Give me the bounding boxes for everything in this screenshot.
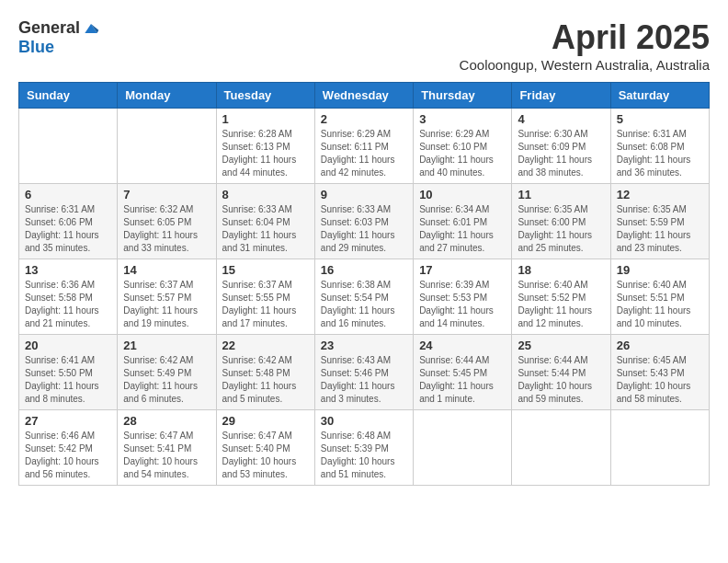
day-number: 10 (419, 188, 506, 201)
calendar-week-4: 20Sunrise: 6:41 AM Sunset: 5:50 PM Dayli… (19, 335, 710, 410)
day-number: 12 (617, 188, 703, 201)
table-row: 12Sunrise: 6:35 AM Sunset: 5:59 PM Dayli… (610, 184, 709, 259)
calendar-week-5: 27Sunrise: 6:46 AM Sunset: 5:42 PM Dayli… (19, 410, 710, 486)
table-row: 1Sunrise: 6:28 AM Sunset: 6:13 PM Daylig… (216, 109, 314, 184)
table-row: 28Sunrise: 6:47 AM Sunset: 5:41 PM Dayli… (118, 410, 216, 486)
day-info: Sunrise: 6:48 AM Sunset: 5:39 PM Dayligh… (321, 430, 407, 481)
day-number: 24 (419, 339, 506, 352)
table-row: 17Sunrise: 6:39 AM Sunset: 5:53 PM Dayli… (414, 259, 512, 335)
table-row: 16Sunrise: 6:38 AM Sunset: 5:54 PM Dayli… (314, 259, 413, 335)
day-info: Sunrise: 6:33 AM Sunset: 6:04 PM Dayligh… (222, 203, 309, 255)
day-number: 6 (25, 188, 111, 201)
day-number: 4 (518, 112, 604, 126)
day-info: Sunrise: 6:47 AM Sunset: 5:41 PM Dayligh… (123, 430, 210, 481)
header-saturday: Saturday (610, 83, 709, 109)
calendar-week-1: 1Sunrise: 6:28 AM Sunset: 6:13 PM Daylig… (19, 109, 710, 184)
day-number: 11 (518, 188, 604, 201)
day-number: 13 (25, 263, 111, 277)
header-tuesday: Tuesday (216, 83, 314, 109)
day-number: 25 (518, 339, 604, 352)
logo-general-text: General (18, 18, 80, 38)
table-row (610, 410, 709, 486)
table-row: 18Sunrise: 6:40 AM Sunset: 5:52 PM Dayli… (512, 259, 610, 335)
table-row (19, 109, 118, 184)
day-number: 22 (222, 339, 309, 352)
table-row: 7Sunrise: 6:32 AM Sunset: 6:05 PM Daylig… (118, 184, 216, 259)
header-monday: Monday (118, 83, 216, 109)
day-info: Sunrise: 6:41 AM Sunset: 5:50 PM Dayligh… (25, 354, 111, 406)
table-row: 25Sunrise: 6:44 AM Sunset: 5:44 PM Dayli… (512, 335, 610, 410)
header-friday: Friday (512, 83, 610, 109)
table-row: 30Sunrise: 6:48 AM Sunset: 5:39 PM Dayli… (314, 410, 413, 486)
table-row: 26Sunrise: 6:45 AM Sunset: 5:43 PM Dayli… (610, 335, 709, 410)
table-row: 23Sunrise: 6:43 AM Sunset: 5:46 PM Dayli… (314, 335, 413, 410)
day-number: 18 (518, 263, 604, 277)
table-row (512, 410, 610, 486)
day-info: Sunrise: 6:28 AM Sunset: 6:13 PM Dayligh… (222, 128, 309, 179)
day-number: 5 (617, 112, 703, 126)
day-info: Sunrise: 6:43 AM Sunset: 5:46 PM Dayligh… (321, 354, 407, 406)
table-row: 9Sunrise: 6:33 AM Sunset: 6:03 PM Daylig… (314, 184, 413, 259)
day-number: 29 (222, 414, 309, 428)
day-info: Sunrise: 6:36 AM Sunset: 5:58 PM Dayligh… (25, 279, 111, 330)
table-row: 22Sunrise: 6:42 AM Sunset: 5:48 PM Dayli… (216, 335, 314, 410)
calendar-week-2: 6Sunrise: 6:31 AM Sunset: 6:06 PM Daylig… (19, 184, 710, 259)
table-row: 19Sunrise: 6:40 AM Sunset: 5:51 PM Dayli… (610, 259, 709, 335)
day-info: Sunrise: 6:37 AM Sunset: 5:55 PM Dayligh… (222, 279, 309, 330)
day-info: Sunrise: 6:40 AM Sunset: 5:52 PM Dayligh… (518, 279, 604, 330)
table-row: 8Sunrise: 6:33 AM Sunset: 6:04 PM Daylig… (216, 184, 314, 259)
day-number: 17 (419, 263, 506, 277)
day-info: Sunrise: 6:40 AM Sunset: 5:51 PM Dayligh… (617, 279, 703, 330)
day-info: Sunrise: 6:44 AM Sunset: 5:44 PM Dayligh… (518, 354, 604, 406)
table-row (414, 410, 512, 486)
day-info: Sunrise: 6:35 AM Sunset: 5:59 PM Dayligh… (617, 203, 703, 255)
day-info: Sunrise: 6:33 AM Sunset: 6:03 PM Dayligh… (321, 203, 407, 255)
table-row: 2Sunrise: 6:29 AM Sunset: 6:11 PM Daylig… (314, 109, 413, 184)
day-number: 23 (321, 339, 407, 352)
table-row: 20Sunrise: 6:41 AM Sunset: 5:50 PM Dayli… (19, 335, 118, 410)
table-row: 3Sunrise: 6:29 AM Sunset: 6:10 PM Daylig… (414, 109, 512, 184)
day-number: 7 (123, 188, 210, 201)
day-number: 9 (321, 188, 407, 201)
day-number: 27 (25, 414, 111, 428)
table-row: 14Sunrise: 6:37 AM Sunset: 5:57 PM Dayli… (118, 259, 216, 335)
day-info: Sunrise: 6:30 AM Sunset: 6:09 PM Dayligh… (518, 128, 604, 179)
title-section: April 2025 Cooloongup, Western Australia… (460, 18, 710, 73)
logo: General Blue (18, 18, 100, 57)
day-info: Sunrise: 6:42 AM Sunset: 5:49 PM Dayligh… (123, 354, 210, 406)
table-row: 24Sunrise: 6:44 AM Sunset: 5:45 PM Dayli… (414, 335, 512, 410)
location-subtitle: Cooloongup, Western Australia, Australia (460, 57, 710, 73)
day-number: 1 (222, 112, 309, 126)
day-number: 2 (321, 112, 407, 126)
header-sunday: Sunday (19, 83, 118, 109)
day-number: 19 (617, 263, 703, 277)
day-number: 20 (25, 339, 111, 352)
day-info: Sunrise: 6:31 AM Sunset: 6:06 PM Dayligh… (25, 203, 111, 255)
day-info: Sunrise: 6:29 AM Sunset: 6:10 PM Dayligh… (419, 128, 506, 179)
day-number: 3 (419, 112, 506, 126)
calendar-week-3: 13Sunrise: 6:36 AM Sunset: 5:58 PM Dayli… (19, 259, 710, 335)
table-row: 27Sunrise: 6:46 AM Sunset: 5:42 PM Dayli… (19, 410, 118, 486)
day-info: Sunrise: 6:32 AM Sunset: 6:05 PM Dayligh… (123, 203, 210, 255)
day-info: Sunrise: 6:31 AM Sunset: 6:08 PM Dayligh… (617, 128, 703, 179)
day-number: 21 (123, 339, 210, 352)
logo-blue-text: Blue (18, 38, 54, 56)
header-wednesday: Wednesday (314, 83, 413, 109)
day-number: 30 (321, 414, 407, 428)
month-title: April 2025 (460, 18, 710, 57)
day-info: Sunrise: 6:46 AM Sunset: 5:42 PM Dayligh… (25, 430, 111, 481)
day-info: Sunrise: 6:42 AM Sunset: 5:48 PM Dayligh… (222, 354, 309, 406)
day-info: Sunrise: 6:35 AM Sunset: 6:00 PM Dayligh… (518, 203, 604, 255)
day-info: Sunrise: 6:39 AM Sunset: 5:53 PM Dayligh… (419, 279, 506, 330)
table-row: 6Sunrise: 6:31 AM Sunset: 6:06 PM Daylig… (19, 184, 118, 259)
day-number: 14 (123, 263, 210, 277)
table-row: 15Sunrise: 6:37 AM Sunset: 5:55 PM Dayli… (216, 259, 314, 335)
calendar-table: Sunday Monday Tuesday Wednesday Thursday… (18, 82, 710, 486)
table-row: 13Sunrise: 6:36 AM Sunset: 5:58 PM Dayli… (19, 259, 118, 335)
day-number: 16 (321, 263, 407, 277)
table-row: 10Sunrise: 6:34 AM Sunset: 6:01 PM Dayli… (414, 184, 512, 259)
day-number: 28 (123, 414, 210, 428)
table-row (118, 109, 216, 184)
table-row: 4Sunrise: 6:30 AM Sunset: 6:09 PM Daylig… (512, 109, 610, 184)
day-info: Sunrise: 6:44 AM Sunset: 5:45 PM Dayligh… (419, 354, 506, 406)
